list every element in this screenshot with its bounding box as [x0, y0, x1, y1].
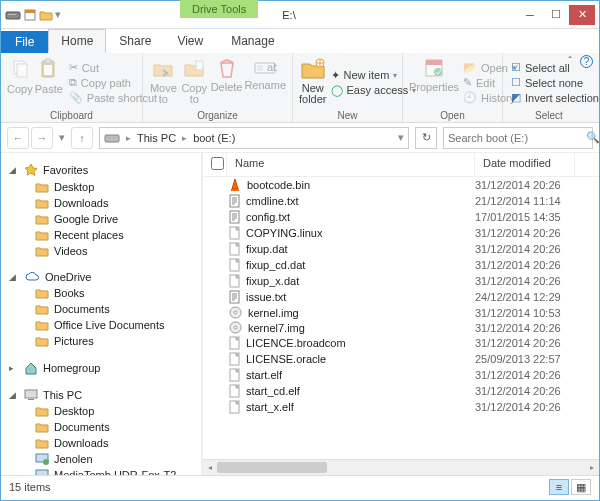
- open-icon: 📂: [463, 61, 477, 74]
- tab-home[interactable]: Home: [48, 29, 106, 53]
- collapse-ribbon-icon[interactable]: ˆ: [568, 55, 572, 68]
- invertselection-button[interactable]: ◩Invert selection: [509, 90, 600, 105]
- history-button[interactable]: 🕘History: [461, 90, 518, 105]
- tree-item[interactable]: Videos: [3, 243, 199, 259]
- view-details-button[interactable]: ≡: [549, 479, 569, 495]
- nav-recent-button[interactable]: ▾: [55, 127, 69, 149]
- file-row[interactable]: bootcode.bin 31/12/2014 20:26: [203, 177, 599, 193]
- tree-item[interactable]: Google Drive: [3, 211, 199, 227]
- column-date[interactable]: Date modified: [475, 153, 575, 176]
- help-icon[interactable]: ?: [580, 55, 593, 68]
- file-row[interactable]: issue.txt 24/12/2014 12:29: [203, 289, 599, 305]
- select-all-checkbox[interactable]: [211, 157, 224, 170]
- tree-item[interactable]: Documents: [3, 419, 199, 435]
- open-button[interactable]: 📂Open▾: [461, 60, 518, 75]
- file-row[interactable]: start.elf 31/12/2014 20:26: [203, 367, 599, 383]
- tab-file[interactable]: File: [1, 31, 48, 53]
- file-row[interactable]: kernel.img 31/12/2014 10:53: [203, 305, 599, 320]
- breadcrumb-boot[interactable]: boot (E:): [193, 132, 235, 144]
- qat-newfolder-icon[interactable]: [39, 8, 53, 22]
- file-row[interactable]: config.txt 17/01/2015 14:35: [203, 209, 599, 225]
- file-row[interactable]: fixup_cd.dat 31/12/2014 20:26: [203, 257, 599, 273]
- svg-point-21: [43, 459, 49, 465]
- search-box[interactable]: 🔍: [443, 127, 593, 149]
- tree-item[interactable]: MediaTomb HDR-Fox-T2: [3, 467, 199, 475]
- maximize-button[interactable]: ☐: [543, 5, 569, 25]
- cut-button[interactable]: ✂Cut: [67, 60, 159, 75]
- tree-item[interactable]: Desktop: [3, 403, 199, 419]
- tree-favorites[interactable]: ◢Favorites: [3, 159, 199, 179]
- tab-view[interactable]: View: [164, 29, 216, 53]
- tab-share[interactable]: Share: [106, 29, 164, 53]
- file-row[interactable]: cmdline.txt 21/12/2014 11:14: [203, 193, 599, 209]
- navigation-pane[interactable]: ◢FavoritesDesktopDownloadsGoogle DriveRe…: [1, 153, 201, 475]
- pasteshortcut-button[interactable]: 📎Paste shortcut: [67, 90, 159, 105]
- tree-thispc[interactable]: ◢This PC: [3, 385, 199, 403]
- file-row[interactable]: fixup.dat 31/12/2014 20:26: [203, 241, 599, 257]
- scrollbar-thumb[interactable]: [217, 462, 327, 473]
- file-row[interactable]: start_cd.elf 31/12/2014 20:26: [203, 383, 599, 399]
- scroll-left-icon[interactable]: ◂: [203, 460, 217, 475]
- scroll-right-icon[interactable]: ▸: [585, 460, 599, 475]
- tree-item[interactable]: Recent places: [3, 227, 199, 243]
- file-row[interactable]: LICENSE.oracle 25/09/2013 22:57: [203, 351, 599, 367]
- tree-item[interactable]: Office Live Documents: [3, 317, 199, 333]
- address-dropdown-icon[interactable]: ▾: [398, 131, 404, 144]
- tree-item[interactable]: Jenolen: [3, 451, 199, 467]
- properties-button[interactable]: Properties: [409, 55, 459, 110]
- expand-icon[interactable]: ◢: [9, 272, 19, 282]
- copy-button[interactable]: Copy: [7, 55, 33, 110]
- file-name: start_x.elf: [246, 401, 294, 413]
- file-row[interactable]: start_x.elf 31/12/2014 20:26: [203, 399, 599, 415]
- expand-icon[interactable]: ◢: [9, 390, 19, 400]
- refresh-button[interactable]: ↻: [415, 127, 437, 149]
- pc-icon: [24, 389, 38, 401]
- edit-button[interactable]: ✎Edit: [461, 75, 518, 90]
- pasteshortcut-label: Paste shortcut: [87, 92, 157, 104]
- moveto-button[interactable]: Move to: [149, 55, 178, 110]
- tree-item[interactable]: Documents: [3, 301, 199, 317]
- breadcrumb-thispc[interactable]: This PC: [137, 132, 176, 144]
- tree-item[interactable]: Books: [3, 285, 199, 301]
- copyto-button[interactable]: Copy to: [180, 55, 209, 110]
- file-row[interactable]: kernel7.img 31/12/2014 20:26: [203, 320, 599, 335]
- chevron-right-icon[interactable]: ▸: [182, 133, 187, 143]
- copypath-button[interactable]: ⧉Copy path: [67, 75, 159, 90]
- paste-button[interactable]: Paste: [35, 55, 63, 110]
- tree-item[interactable]: Downloads: [3, 195, 199, 211]
- tab-manage[interactable]: Manage: [218, 29, 287, 53]
- nav-up-button[interactable]: ↑: [71, 127, 93, 149]
- horizontal-scrollbar[interactable]: ◂ ▸: [203, 459, 599, 475]
- file-row[interactable]: LICENCE.broadcom 31/12/2014 20:26: [203, 335, 599, 351]
- tree-item[interactable]: Downloads: [3, 435, 199, 451]
- nav-forward-button[interactable]: →: [31, 127, 53, 149]
- expand-icon[interactable]: ◢: [9, 165, 19, 175]
- address-bar[interactable]: ▸ This PC ▸ boot (E:) ▾: [99, 127, 409, 149]
- folder-icon: [35, 287, 49, 299]
- file-name: fixup_x.dat: [246, 275, 299, 287]
- delete-button[interactable]: Delete: [211, 55, 243, 110]
- column-headers[interactable]: Name Date modified: [203, 153, 599, 177]
- newfolder-button[interactable]: New folder: [299, 55, 327, 110]
- close-button[interactable]: ✕: [569, 5, 595, 25]
- tree-homegroup[interactable]: ▸Homegroup: [3, 357, 199, 377]
- expand-icon[interactable]: ▸: [9, 363, 19, 373]
- selectnone-button[interactable]: ☐Select none: [509, 75, 600, 90]
- search-input[interactable]: [448, 132, 586, 144]
- rename-button[interactable]: ab Rename: [244, 55, 286, 110]
- file-rows[interactable]: bootcode.bin 31/12/2014 20:26 cmdline.tx…: [203, 177, 599, 459]
- folder-icon: [35, 405, 49, 417]
- file-row[interactable]: fixup_x.dat 31/12/2014 20:26: [203, 273, 599, 289]
- qat-properties-icon[interactable]: [23, 8, 37, 22]
- tree-item[interactable]: Desktop: [3, 179, 199, 195]
- tree-onedrive[interactable]: ◢OneDrive: [3, 267, 199, 285]
- view-largeicons-button[interactable]: ▦: [571, 479, 591, 495]
- minimize-button[interactable]: ─: [517, 5, 543, 25]
- address-row: ← → ▾ ↑ ▸ This PC ▸ boot (E:) ▾ ↻ 🔍: [1, 123, 599, 153]
- file-row[interactable]: COPYING.linux 31/12/2014 20:26: [203, 225, 599, 241]
- history-icon: 🕘: [463, 91, 477, 104]
- chevron-right-icon[interactable]: ▸: [126, 133, 131, 143]
- tree-item[interactable]: Pictures: [3, 333, 199, 349]
- nav-back-button[interactable]: ←: [7, 127, 29, 149]
- column-name[interactable]: Name: [227, 153, 475, 176]
